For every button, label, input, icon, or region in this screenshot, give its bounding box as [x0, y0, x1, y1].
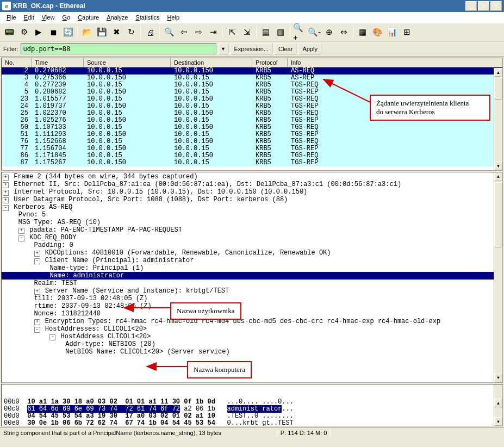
- tb-zoom100-icon[interactable]: ⊕: [322, 25, 336, 39]
- detail-line[interactable]: + User Datagram Protocol, Src Port: 1088…: [2, 196, 502, 203]
- scroll-up-icon[interactable]: ▲: [494, 68, 502, 77]
- packet-list-scrollbar[interactable]: ▲ ▼: [494, 68, 502, 170]
- filter-input[interactable]: [21, 44, 216, 54]
- packet-list-header: No. Time Source Destination Protocol Inf…: [2, 58, 502, 67]
- scroll-thumb[interactable]: [494, 78, 502, 100]
- detail-line[interactable]: + Ethernet II, Src: DellPcba_87:a1:ea (0…: [2, 181, 502, 188]
- packet-row[interactable]: 40.27723910.0.0.1510.0.0.150KRB5TGS-REQ: [2, 82, 502, 89]
- scroll-down-icon[interactable]: ▼: [494, 374, 502, 382]
- tb-help-icon[interactable]: ⊞: [400, 25, 414, 39]
- clear-button[interactable]: Clear: [275, 44, 296, 54]
- scroll-down-icon[interactable]: ▼: [494, 162, 502, 170]
- packet-row[interactable]: 871.17526710.0.0.15010.0.0.15KRB5TGS-REP: [2, 159, 502, 166]
- col-header-destination[interactable]: Destination: [171, 58, 252, 67]
- tb-first-icon[interactable]: ⇱: [225, 25, 239, 39]
- tb-interfaces-icon[interactable]: 📟: [2, 25, 16, 39]
- tb-save-icon[interactable]: 💾: [95, 25, 109, 39]
- hex-line[interactable]: 00e0 30 0e 1b 06 6b 72 62 74 67 74 1b 04…: [2, 420, 502, 426]
- toolbar: 📟 ⚙ ▶ ⏹ 🔄 📂 💾 ✖ ↻ 🖨 🔍 ⇦ ⇨ ⇥ ⇱ ⇲ ▤ ▥ 🔍+ 🔍…: [0, 23, 504, 41]
- tb-prev-icon[interactable]: ⇦: [177, 25, 191, 39]
- detail-line[interactable]: MSG Type: AS-REQ (10): [2, 219, 502, 226]
- tb-open-icon[interactable]: 📂: [80, 25, 94, 39]
- detail-line[interactable]: - HostAddresses: CLICOL1<20>: [2, 325, 502, 333]
- scroll-up-icon[interactable]: ▲: [494, 172, 502, 181]
- detail-line[interactable]: + padata: PA-ENC-TIMESTAMP PA-PAC-REQUES…: [2, 226, 502, 234]
- detail-line[interactable]: + Internet Protocol, Src: 10.0.0.15 (10.…: [2, 188, 502, 196]
- detail-line[interactable]: Name-type: Principal (1): [2, 264, 502, 272]
- menu-view[interactable]: View: [39, 13, 58, 22]
- detail-line[interactable]: + KDCOptions: 40810010 (Forwardable, Ren…: [2, 249, 502, 257]
- detail-line[interactable]: Name: administrator: [2, 272, 502, 280]
- minimize-button[interactable]: _: [465, 1, 477, 11]
- col-header-no[interactable]: No.: [2, 58, 32, 67]
- tb-colorize-icon[interactable]: ▤: [259, 25, 273, 39]
- detail-line[interactable]: Addr-type: NETBIOS (20): [2, 340, 502, 348]
- col-header-time[interactable]: Time: [32, 58, 84, 67]
- scroll-thumb[interactable]: [494, 182, 502, 247]
- hex-scrollbar[interactable]: ▲ ▼: [494, 384, 502, 426]
- detail-line[interactable]: + Server Name (Service and Instance): kr…: [2, 287, 502, 295]
- tb-sep: [353, 26, 353, 38]
- expression-button[interactable]: Expression...: [231, 44, 273, 54]
- detail-line[interactable]: Padding: 0: [2, 241, 502, 249]
- apply-button[interactable]: Apply: [298, 44, 321, 54]
- packet-row[interactable]: 511.11129310.0.0.15010.0.0.15KRB5TGS-REP: [2, 131, 502, 138]
- tb-print-icon[interactable]: 🖨: [143, 25, 157, 39]
- tb-options-icon[interactable]: ⚙: [17, 25, 31, 39]
- menu-statistics[interactable]: Statistics: [132, 13, 163, 22]
- tb-close-icon[interactable]: ✖: [109, 25, 123, 39]
- tb-last-icon[interactable]: ⇲: [240, 25, 254, 39]
- detail-line[interactable]: Pvno: 5: [2, 211, 502, 219]
- scroll-down-icon[interactable]: ▼: [494, 417, 502, 426]
- packet-row[interactable]: 761.15266810.0.0.1510.0.0.150KRB5TGS-REQ: [2, 138, 502, 145]
- menu-file[interactable]: File: [3, 13, 20, 22]
- detail-line[interactable]: - HostAddress CLICOL1<20>: [2, 333, 502, 340]
- packet-row[interactable]: 30.27536610.0.0.15010.0.0.15KRB5AS-REP: [2, 74, 502, 82]
- packet-row[interactable]: 20.27068210.0.0.1510.0.0.150KRB5AS-REQ: [2, 67, 502, 74]
- packet-row[interactable]: 861.17184510.0.0.1510.0.0.150KRB5TGS-REQ: [2, 152, 502, 159]
- tb-next-icon[interactable]: ⇨: [191, 25, 206, 39]
- menu-edit[interactable]: Edit: [21, 13, 38, 22]
- tb-sep: [222, 26, 223, 38]
- filter-dropdown-icon[interactable]: ▼: [219, 44, 228, 54]
- menu-capture[interactable]: Capture: [74, 13, 102, 22]
- detail-line[interactable]: Realm: TEST: [2, 280, 502, 287]
- window-titlebar: e KRB_OK.cap - Ethereal _ □ ✕: [0, 0, 504, 12]
- tb-goto-icon[interactable]: ⇥: [206, 25, 220, 39]
- maximize-button[interactable]: □: [478, 1, 489, 11]
- col-header-info[interactable]: Info: [288, 58, 502, 67]
- col-header-protocol[interactable]: Protocol: [252, 58, 288, 67]
- tb-autoscroll-icon[interactable]: ▥: [273, 25, 288, 39]
- detail-line[interactable]: - Kerberos AS-REQ: [2, 203, 502, 211]
- tb-zoomout-icon[interactable]: 🔍-: [307, 25, 321, 39]
- detail-line[interactable]: Nonce: 1318212440: [2, 310, 502, 318]
- filter-bar: Filter: ▼ Expression... Clear Apply: [0, 41, 504, 57]
- tb-prefs-icon[interactable]: 📊: [385, 25, 399, 39]
- scroll-up-icon[interactable]: ▲: [494, 399, 502, 407]
- tb-zoomin-icon[interactable]: 🔍+: [293, 25, 307, 39]
- tb-find-icon[interactable]: 🔍: [162, 25, 176, 39]
- tb-restart-icon[interactable]: 🔄: [61, 25, 75, 39]
- close-button[interactable]: ✕: [490, 1, 502, 11]
- col-header-source[interactable]: Source: [84, 58, 171, 67]
- detail-line[interactable]: till: 2037-09-13 02:48:05 (Z): [2, 295, 502, 302]
- details-scrollbar[interactable]: ▲ ▼: [494, 172, 502, 382]
- detail-line[interactable]: + Frame 2 (344 bytes on wire, 344 bytes …: [2, 173, 502, 181]
- packet-row[interactable]: 771.15670410.0.0.15010.0.0.15KRB5TGS-REP: [2, 145, 502, 152]
- tb-coloring-icon[interactable]: 🎨: [370, 25, 384, 39]
- tb-stop-icon[interactable]: ⏹: [46, 25, 60, 39]
- menu-analyze[interactable]: Analyze: [103, 13, 131, 22]
- detail-line[interactable]: rtime: 2037-09-13 02:48:05 (Z): [2, 302, 502, 310]
- packet-row[interactable]: 501.10710310.0.0.1510.0.0.150KRB5TGS-REQ: [2, 124, 502, 131]
- detail-line[interactable]: - Client Name (Principal): administrator: [2, 257, 502, 264]
- detail-line[interactable]: NetBIOS Name: CLICOL1<20> (Server servic…: [2, 348, 502, 356]
- menu-help[interactable]: Help: [164, 13, 183, 22]
- detail-line[interactable]: - KDC_REQ_BODY: [2, 234, 502, 241]
- menu-go[interactable]: Go: [59, 13, 73, 22]
- detail-line[interactable]: + Encryption Types: rc4-hmac rc4-hmac-ol…: [2, 318, 502, 325]
- tb-filters-icon[interactable]: ▦: [356, 25, 370, 39]
- tb-resize-icon[interactable]: ⇔: [337, 25, 351, 39]
- annotation-1: Żądanie uwierzytelnienia klienta do serw…: [370, 95, 490, 121]
- tb-start-icon[interactable]: ▶: [32, 25, 46, 39]
- tb-reload-icon[interactable]: ↻: [124, 25, 138, 39]
